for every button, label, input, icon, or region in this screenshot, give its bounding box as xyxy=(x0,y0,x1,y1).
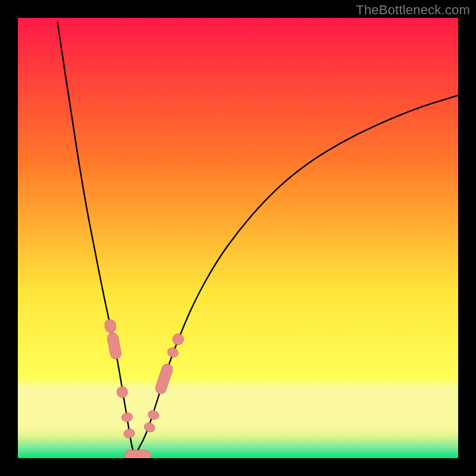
chart-plot-area xyxy=(18,18,458,458)
marker-5 xyxy=(124,450,151,458)
gradient-bg xyxy=(18,18,458,458)
svg-rect-5 xyxy=(124,450,151,458)
chart-frame: TheBottleneck.com xyxy=(0,0,476,476)
chart-svg xyxy=(18,18,458,458)
watermark-text: TheBottleneck.com xyxy=(356,2,470,18)
